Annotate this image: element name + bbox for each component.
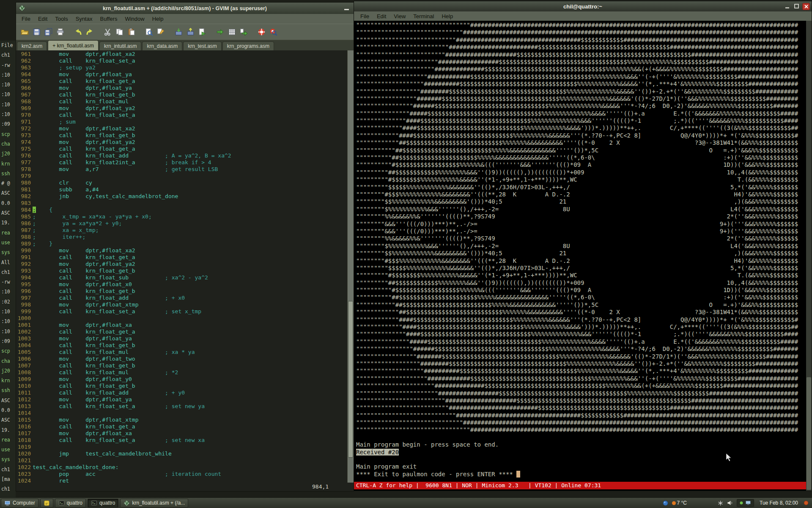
code-line[interactable]: 986; ya = xa*ya*2 + y0; — [16, 220, 354, 227]
code-line[interactable]: 998 mov dptr,#float_xtmp — [16, 301, 354, 308]
gvim-menu-file[interactable]: File — [18, 15, 34, 23]
code-line[interactable]: 1015 mov dptr,#float_xtmp — [16, 417, 354, 423]
gvim-menu-tools[interactable]: Tools — [51, 15, 71, 23]
gvim-menu-window[interactable]: Window — [121, 15, 148, 23]
replace-button[interactable] — [155, 27, 166, 38]
code-line[interactable]: 997 call krn_float_add ; + x0 — [16, 295, 354, 301]
open-button[interactable] — [19, 27, 30, 38]
code-line[interactable]: 1004 call krn_float_get_b — [16, 342, 354, 349]
paste-button[interactable] — [126, 27, 137, 38]
tab-krn2-asm[interactable]: krn2.asm — [17, 41, 47, 50]
clock[interactable]: Tue Feb 8, 02:00 — [758, 500, 800, 506]
make-button[interactable] — [214, 27, 225, 38]
terminal-menu-view[interactable]: View — [390, 12, 409, 20]
code-line[interactable]: 993 call krn_float_get_b — [16, 268, 354, 274]
code-line[interactable]: 1020 jmp test_calc_mandelbrot_while — [16, 450, 354, 457]
code-line[interactable]: 1022test_calc_mandelbrot_done: — [16, 464, 354, 471]
notification-area[interactable] — [737, 499, 754, 507]
code-line[interactable]: 1011 call krn_float_add ; + y0 — [16, 389, 354, 396]
maximize-button[interactable] — [793, 3, 800, 9]
code-line[interactable]: 1010 call krn_float_get_b — [16, 383, 354, 389]
code-line[interactable]: 992 mov dptr,#float_ya2 — [16, 261, 354, 268]
code-line[interactable]: 996 call krn_float_get_b — [16, 288, 354, 295]
computer-menu-button[interactable]: Computer — [1, 499, 38, 508]
save-button[interactable] — [31, 27, 42, 38]
undo-button[interactable] — [72, 27, 83, 38]
code-line[interactable]: 977 call krn_float2int_a ; break if > 4 — [16, 159, 354, 166]
taskbar-window-quattro[interactable]: quattro — [88, 499, 118, 508]
code-line[interactable]: 1017 mov dptr,#float_xa — [16, 430, 354, 437]
code-line[interactable]: 1005 call krn_float_mul ; xa * ya — [16, 349, 354, 356]
code-line[interactable]: 970 call krn_float_set_a — [16, 112, 354, 119]
code-line[interactable]: 981 subb a,#4 — [16, 186, 354, 193]
code-line[interactable]: 991 call krn_float_get_a — [16, 254, 354, 261]
terminal-titlebar[interactable]: chil@quattro:~ — [354, 1, 812, 11]
taskbar-window-krn-floatutil-asm-a-[interactable]: krn_floatutil.asm + (/a... — [120, 499, 188, 508]
weather-icon[interactable] — [663, 500, 668, 506]
terminal-menu-help[interactable]: Help — [438, 12, 457, 20]
print-button[interactable] — [55, 27, 66, 38]
close-button[interactable] — [802, 3, 810, 10]
help-button[interactable] — [256, 27, 267, 38]
code-line[interactable]: 1008 call krn_float_mul ; *2 — [16, 369, 354, 376]
code-line[interactable]: 976 call krn_float_add ; A = ya^2, B = x… — [16, 152, 354, 159]
code-area[interactable]: 961 mov dptr,#float_xa2962 call krn_floa… — [16, 51, 354, 483]
terminal-menu-file[interactable]: File — [357, 12, 373, 20]
code-line[interactable]: 1002 call krn_float_get_a — [16, 329, 354, 335]
code-line[interactable]: 962 call krn_float_set_a — [16, 58, 354, 64]
gvim-menu-buffers[interactable]: Buffers — [96, 15, 121, 23]
code-line[interactable]: 967 call krn_float_get_b — [16, 91, 354, 98]
code-line[interactable]: 979 — [16, 173, 354, 179]
code-line[interactable]: 971 ; sum — [16, 119, 354, 125]
code-line[interactable]: 1013 call krn_float_set_a ; set new ya — [16, 403, 354, 410]
code-line[interactable]: 1023 pop acc ; iteration count — [16, 471, 354, 478]
volume-icon[interactable] — [727, 500, 733, 506]
tab-krn-programs-asm[interactable]: krn_programs.asm — [222, 41, 274, 50]
code-line[interactable]: 988; iter++; — [16, 234, 354, 240]
code-line[interactable]: 973 call krn_float_get_b — [16, 132, 354, 139]
code-line[interactable]: 963 ; setup ya2 — [16, 64, 354, 71]
code-line[interactable]: 1000 — [16, 315, 354, 322]
cut-button[interactable] — [102, 27, 113, 38]
code-line[interactable]: 1019 — [16, 444, 354, 450]
code-line[interactable]: 1016 call krn_float_get_a — [16, 423, 354, 430]
code-line[interactable]: 982 jnb cy,test_calc_mandelbrot_done — [16, 193, 354, 200]
code-line[interactable]: 1012 mov dptr,#float_ya — [16, 396, 354, 403]
temperature-applet[interactable]: 7 °C — [672, 500, 687, 506]
code-line[interactable]: 1007 call krn_float_get_b — [16, 362, 354, 369]
terminal-screen[interactable]: """"""""""""""""""""""""""""""""########… — [354, 21, 812, 491]
code-line[interactable]: 978 mov a,r7 ; get result LSB — [16, 166, 354, 173]
code-line[interactable]: 975 call krn_float_get_a — [16, 146, 354, 152]
code-line[interactable]: 999 call krn_float_set_a ; set x_tmp — [16, 308, 354, 315]
terminal-scrollbar-thumb[interactable] — [807, 377, 811, 490]
code-line[interactable]: 974 mov dptr,#float_ya2 — [16, 139, 354, 146]
code-line[interactable]: 1003 mov dptr,#float_ya — [16, 335, 354, 342]
find-help-button[interactable] — [268, 27, 279, 38]
code-line[interactable]: 1014 — [16, 410, 354, 417]
code-line[interactable]: 990 mov dptr,#float_xa2 — [16, 247, 354, 254]
code-line[interactable]: 980 clr cy — [16, 179, 354, 186]
gvim-editor[interactable]: 961 mov dptr,#float_xa2962 call krn_floa… — [16, 50, 354, 483]
code-line[interactable]: 983 — [16, 200, 354, 207]
code-line[interactable]: 994 call krn_float_sub ; xa^2 - ya^2 — [16, 274, 354, 281]
code-line[interactable]: 985; x_tmp = xa*xa - ya*ya + x0; — [16, 213, 354, 220]
code-line[interactable]: 1018 call krn_float_set_a ; set new xa — [16, 437, 354, 444]
tab-krn-intutil-asm[interactable]: krn_intutil.asm — [99, 41, 141, 50]
code-line[interactable]: 964 mov dptr,#float_ya — [16, 71, 354, 78]
code-line[interactable]: 1009 mov dptr,#float_y0 — [16, 376, 354, 383]
code-line[interactable]: 961 mov dptr,#float_xa2 — [16, 51, 354, 58]
gvim-menu-edit[interactable]: Edit — [34, 15, 51, 23]
save-session-button[interactable] — [185, 27, 196, 38]
terminal-menu-terminal[interactable]: Terminal — [409, 12, 438, 20]
find-button[interactable] — [143, 27, 154, 38]
redo-button[interactable] — [84, 27, 95, 38]
terminal-scrollbar[interactable] — [806, 21, 812, 491]
jump-tag-button[interactable] — [238, 27, 249, 38]
gvim-scrollbar-thumb[interactable] — [348, 301, 353, 458]
minimize-button[interactable] — [344, 6, 349, 11]
snowflake-icon[interactable] — [718, 500, 723, 506]
save-all-button[interactable] — [43, 27, 54, 38]
gvim-menu-help[interactable]: Help — [148, 15, 167, 23]
load-session-button[interactable] — [173, 27, 184, 38]
tab--krn-floatutil-asm[interactable]: + krn_floatutil.asm — [48, 40, 99, 50]
